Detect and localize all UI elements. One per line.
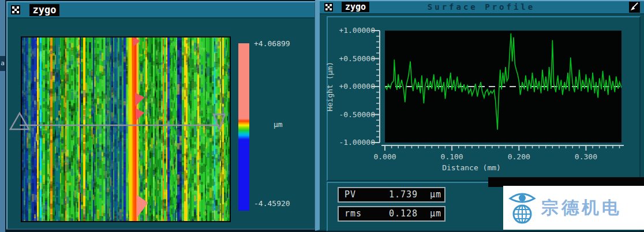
x-tick-label: 0.100 [435, 152, 469, 161]
profile-section-line[interactable] [8, 2, 314, 229]
rms-unit: µm [430, 208, 441, 219]
eye-globe-logo-icon [507, 190, 538, 225]
window-menu-button[interactable] [324, 3, 333, 12]
pushpin-icon [630, 2, 639, 12]
x-tick-label: 0.000 [368, 152, 402, 161]
profile-start-marker [10, 113, 29, 129]
pv-unit: µm [430, 189, 441, 200]
pv-value: 1.739 [380, 189, 426, 200]
surface-profile-titlebar[interactable]: zygo Surface Profile [320, 1, 644, 14]
profile-end-marker [214, 114, 225, 129]
y-tick-label: +0.50000 [320, 54, 375, 63]
rms-label: rms [345, 208, 362, 219]
background-window-edge: a [0, 0, 6, 232]
pv-readout: PV 1.739 µm [338, 187, 445, 203]
y-tick-label: -0.50000 [320, 110, 375, 119]
window-menu-icon [325, 4, 332, 10]
x-tick-label: 0.200 [501, 152, 536, 161]
watermark-text: 宗德机电 [541, 196, 622, 220]
background-window-tab-glyph: a [1, 59, 5, 67]
surface-map-window: zygo +4.06899 µm -4.45920 [6, 1, 316, 230]
profile-plot-area [385, 31, 621, 143]
rms-readout: rms 0.128 µm [338, 206, 445, 222]
pushpin-button[interactable] [629, 2, 640, 13]
pv-label: PV [345, 189, 356, 200]
background-window-tab[interactable]: a [0, 56, 5, 71]
surface-profile-window: zygo Surface Profile Height (µm) Distanc… [315, 0, 644, 231]
y-tick-label: +0.00000 [320, 82, 375, 91]
zygo-logo: zygo [342, 2, 369, 12]
watermark: 宗德机电 [503, 186, 644, 230]
x-axis-title: Distance (mm) [437, 163, 506, 172]
y-tick-label: -1.00000 [320, 138, 375, 147]
profile-trace [385, 31, 621, 143]
window-title: Surface Profile [389, 2, 574, 12]
rms-value: 0.128 [380, 208, 426, 219]
x-tick-label: 0.300 [568, 152, 603, 161]
y-tick-label: +1.00000 [320, 26, 375, 35]
